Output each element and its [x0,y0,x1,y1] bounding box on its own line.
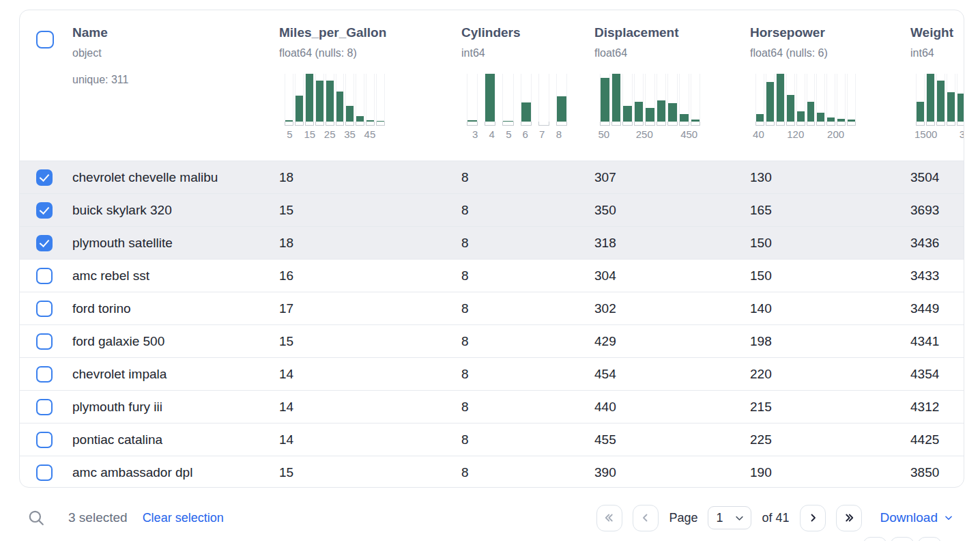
cell-value: 4425 [910,432,964,447]
column-dtype: float64 (nulls: 8) [279,46,461,60]
cell-value: 15 [279,465,461,480]
cell-name: pontiac catalina [72,432,279,447]
column-dtype: object [72,46,279,60]
cell-name: ford torino [72,301,279,316]
column-title: Name [72,25,279,41]
cell-value: 17 [279,301,461,316]
cell-value: 455 [594,432,750,447]
first-page-button[interactable] [596,505,622,531]
row-checkbox[interactable] [36,464,53,481]
cell-value: 4341 [910,334,964,349]
next-page-button[interactable] [800,505,826,531]
page-label: Page [669,511,697,525]
row-checkbox-cell [20,169,72,186]
column-histogram: 40120200 [755,74,856,143]
cell-value: 350 [594,203,750,218]
column-dtype: int64 [461,46,594,60]
column-title: Miles_per_Gallon [279,25,461,41]
cell-value: 3449 [910,301,964,316]
table-row: pontiac catalina1484552254425 [20,423,964,456]
download-button[interactable]: Download [880,510,954,525]
hist-tick-label: 5 [287,128,292,141]
table-row: amc rebel sst1683041503433 [20,259,964,292]
column-header-miles_per_gallon: Miles_per_Gallonfloat64 (nulls: 8)515253… [279,10,461,161]
hist-tick-label: 4 [489,128,495,141]
page-select[interactable]: 1 [708,506,751,529]
table-body: chevrolet chevelle malibu1883071303504bu… [20,161,964,488]
column-unique-count: unique: 311 [72,72,279,87]
download-label: Download [880,510,938,525]
table-row: plymouth fury iii1484402154312 [20,390,964,423]
column-histogram: 515253545 [285,74,385,143]
table-row: amc ambassador dpl1583901903850 [20,456,964,488]
hist-tick-label: 3 [472,128,478,141]
cell-value: 8 [461,334,594,349]
cell-value: 4312 [910,400,964,415]
cell-name: plymouth fury iii [72,400,279,415]
header-row: Nameobjectunique: 311Miles_per_Gallonflo… [20,10,964,161]
table-row: buick skylark 3201583501653693 [20,193,964,226]
cell-value: 8 [461,465,594,480]
hidden-action-button-3[interactable] [917,537,942,541]
row-checkbox-cell [20,202,72,219]
cell-value: 225 [750,432,910,447]
cell-value: 454 [594,367,750,382]
row-checkbox[interactable] [36,399,53,415]
row-checkbox[interactable] [36,333,53,350]
hist-tick-label: 450 [680,128,697,141]
row-checkbox[interactable] [36,268,53,284]
cell-value: 3693 [910,203,964,218]
cell-value: 8 [461,268,594,283]
hist-tick-label: 35 [344,128,356,141]
cell-value: 429 [594,334,750,349]
hidden-action-button-2[interactable] [890,537,914,541]
cell-value: 215 [750,400,910,415]
cell-name: chevrolet chevelle malibu [72,170,279,185]
cell-value: 8 [461,301,594,316]
last-page-button[interactable] [836,505,862,531]
row-checkbox[interactable] [36,202,53,219]
row-checkbox[interactable] [36,169,53,186]
chevron-right-icon [807,512,819,524]
column-header-horsepower: Horsepowerfloat64 (nulls: 6)40120200 [750,10,910,161]
cell-value: 18 [279,170,461,185]
cell-value: 8 [461,432,594,447]
column-histogram: 345678 [467,74,567,143]
hist-tick-label: 25 [324,128,336,141]
hist-tick-label: 250 [636,128,653,141]
chevron-down-icon [944,513,953,523]
select-all-checkbox[interactable] [36,31,54,48]
row-checkbox-cell [20,333,72,350]
row-checkbox[interactable] [36,235,53,251]
search-icon[interactable] [27,509,45,527]
cell-name: buick skylark 320 [72,203,279,218]
hist-tick-label: 8 [556,128,562,141]
row-checkbox-cell [20,235,72,251]
page-select-value: 1 [716,511,723,525]
cell-value: 302 [594,301,750,316]
cell-value: 307 [594,170,750,185]
cell-value: 18 [279,236,461,251]
cell-value: 4354 [910,367,964,382]
cell-value: 14 [279,367,461,382]
cell-value: 8 [461,170,594,185]
footer-toolbar: 3 selected Clear selection Page 1 [27,503,953,533]
hist-tick-label: 120 [787,128,804,141]
cell-value: 150 [750,268,910,283]
column-header-name: Nameobjectunique: 311 [72,10,279,161]
table-row: plymouth satellite1883181503436 [20,226,964,259]
column-header-displacement: Displacementfloat6450250450 [594,10,750,161]
hist-tick-label: 5 [506,128,511,141]
row-checkbox[interactable] [36,432,53,448]
row-checkbox[interactable] [36,301,53,317]
double-chevron-left-icon [603,512,616,524]
row-checkbox-cell [20,366,72,383]
cell-value: 8 [461,400,594,415]
column-title: Displacement [594,25,750,41]
clear-selection-link[interactable]: Clear selection [143,511,224,525]
prev-page-button[interactable] [633,505,659,531]
hidden-action-button-1[interactable] [863,537,887,541]
cell-value: 3850 [910,465,964,480]
row-checkbox[interactable] [36,366,53,383]
cell-value: 198 [750,334,910,349]
